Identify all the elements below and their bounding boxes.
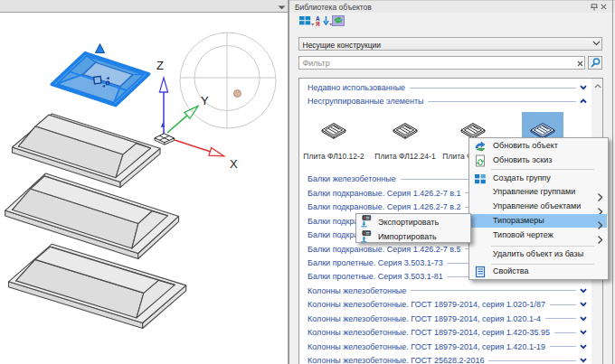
svg-text:Y: Y (201, 94, 209, 107)
svg-text:X: X (230, 157, 238, 171)
svg-text:Z: Z (156, 59, 164, 72)
